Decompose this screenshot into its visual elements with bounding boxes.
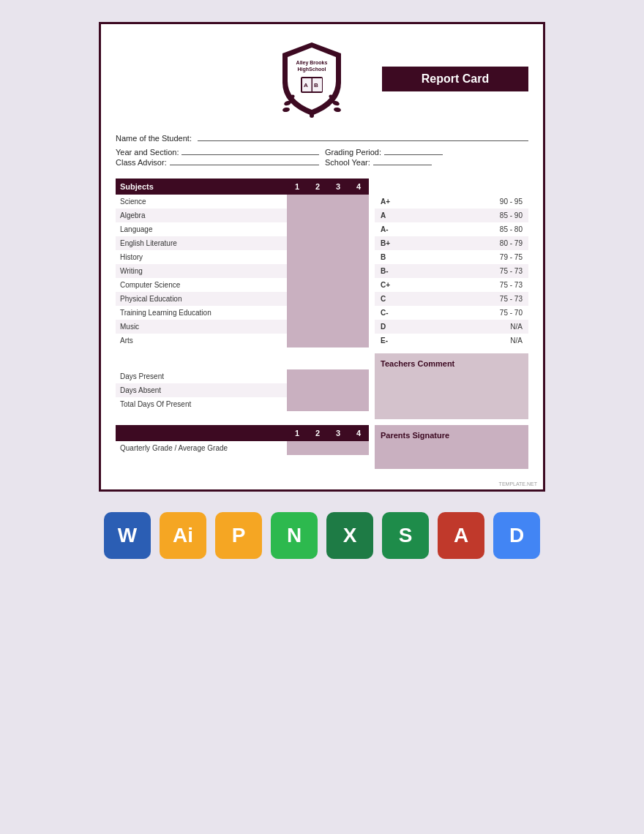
grade-letter: B bbox=[375, 250, 404, 264]
att-q4-header: 4 bbox=[348, 353, 369, 369]
subject-q2 bbox=[307, 292, 328, 306]
subject-q2 bbox=[307, 264, 328, 278]
attendance-section: Attendance 1 2 3 4 Days Present Days Abs… bbox=[116, 353, 369, 419]
subject-q1 bbox=[287, 320, 307, 334]
subject-row: History bbox=[116, 250, 369, 264]
subject-q3 bbox=[328, 292, 348, 306]
subject-q3 bbox=[328, 320, 348, 334]
attendance-table: Attendance 1 2 3 4 Days Present Days Abs… bbox=[116, 353, 369, 411]
svg-text:Alley Brooks: Alley Brooks bbox=[296, 60, 328, 66]
svg-point-10 bbox=[282, 107, 291, 113]
subject-row: Computer Science bbox=[116, 278, 369, 292]
subject-name: Music bbox=[116, 320, 287, 334]
subject-q1 bbox=[287, 250, 307, 264]
grading-row: D N/A bbox=[375, 320, 528, 334]
report-card-title: Report Card bbox=[382, 67, 528, 91]
grade-letter: C bbox=[375, 292, 404, 306]
subject-row: Algebra bbox=[116, 209, 369, 222]
subject-q2 bbox=[307, 209, 328, 222]
attendance-row: Total Days Of Present bbox=[116, 397, 369, 411]
logo-area: Alley Brooks HighSchool A B bbox=[242, 39, 382, 119]
attendance-row: Days Present bbox=[116, 369, 369, 383]
grading-row: B- 75 - 73 bbox=[375, 264, 528, 278]
parents-signature-box: Parents Signature bbox=[375, 425, 528, 469]
subject-q3 bbox=[328, 264, 348, 278]
qg-q4-cell bbox=[348, 441, 369, 455]
main-tables-row: Subjects 1 2 3 4 Science Algebra bbox=[116, 179, 528, 348]
gdocs-icon[interactable]: D bbox=[493, 512, 540, 559]
subject-row: English Literature bbox=[116, 236, 369, 250]
advisor-group: Class Advisor: bbox=[116, 157, 319, 167]
svg-text:B: B bbox=[314, 82, 318, 89]
grading-label: Grading Period: bbox=[325, 148, 381, 157]
name-label: Name of the Student: bbox=[116, 134, 192, 143]
subject-q1 bbox=[287, 195, 307, 209]
subject-q3 bbox=[328, 236, 348, 250]
illustrator-icon[interactable]: Ai bbox=[160, 512, 206, 559]
subject-row: Arts bbox=[116, 334, 369, 348]
subject-q1 bbox=[287, 209, 307, 222]
word-icon[interactable]: W bbox=[104, 512, 151, 559]
pdf-label: A bbox=[454, 524, 468, 547]
subject-name: Computer Science bbox=[116, 278, 287, 292]
subject-q2 bbox=[307, 334, 328, 348]
subject-q4 bbox=[348, 250, 369, 264]
qg-q1-header: 1 bbox=[287, 425, 307, 441]
subject-row: Science bbox=[116, 195, 369, 209]
grade-range: 75 - 73 bbox=[404, 264, 528, 278]
numbers-icon[interactable]: N bbox=[271, 512, 318, 559]
advisor-label: Class Advisor: bbox=[116, 158, 167, 167]
subject-q1 bbox=[287, 306, 307, 320]
subject-q2 bbox=[307, 250, 328, 264]
subject-q4 bbox=[348, 306, 369, 320]
subject-q4 bbox=[348, 209, 369, 222]
grading-section: Grading Systems A+ 90 - 95 A 85 - 90 A- … bbox=[375, 179, 528, 348]
att-q1-cell bbox=[287, 383, 307, 397]
subject-q2 bbox=[307, 222, 328, 236]
grade-range: 85 - 90 bbox=[404, 209, 528, 222]
grade-range: N/A bbox=[404, 334, 528, 348]
att-q2-header: 2 bbox=[307, 353, 328, 369]
quarter-1-header: 1 bbox=[287, 179, 307, 195]
subject-name: Training Learning Education bbox=[116, 306, 287, 320]
attendance-label: Total Days Of Present bbox=[116, 397, 287, 411]
ai-label: Ai bbox=[173, 524, 193, 547]
subject-q3 bbox=[328, 195, 348, 209]
subject-q1 bbox=[287, 236, 307, 250]
subject-row: Training Learning Education bbox=[116, 306, 369, 320]
attendance-header-row: Attendance 1 2 3 4 bbox=[116, 353, 369, 369]
subject-row: Language bbox=[116, 222, 369, 236]
grade-range: 90 - 95 bbox=[404, 195, 528, 209]
att-q4-cell bbox=[348, 397, 369, 411]
att-q4-cell bbox=[348, 383, 369, 397]
subject-name: Writing bbox=[116, 264, 287, 278]
pdf-icon[interactable]: A bbox=[438, 512, 484, 559]
teachers-comment-box: Teachers Comment bbox=[375, 353, 528, 419]
year-grading-row: Year and Section: Grading Period: bbox=[116, 146, 528, 157]
grading-table: Grading Systems A+ 90 - 95 A 85 - 90 A- … bbox=[375, 179, 528, 348]
subjects-header-row: Subjects 1 2 3 4 bbox=[116, 179, 369, 195]
grade-letter: D bbox=[375, 320, 404, 334]
subject-name: History bbox=[116, 250, 287, 264]
subject-q3 bbox=[328, 250, 348, 264]
subject-q2 bbox=[307, 278, 328, 292]
toolbar: W Ai P N X S A D bbox=[104, 512, 540, 559]
pages-icon[interactable]: P bbox=[215, 512, 262, 559]
grade-range: 80 - 79 bbox=[404, 236, 528, 250]
excel-icon[interactable]: X bbox=[326, 512, 373, 559]
watermark: TEMPLATE.NET bbox=[499, 481, 537, 487]
grade-letter: E- bbox=[375, 334, 404, 348]
qg-q3-cell bbox=[328, 441, 348, 455]
year-label: Year and Section: bbox=[116, 148, 179, 157]
qg-q1-cell bbox=[287, 441, 307, 455]
subject-name: Science bbox=[116, 195, 287, 209]
grade-range: 85 - 80 bbox=[404, 222, 528, 236]
advisor-line bbox=[170, 157, 319, 165]
svg-point-14 bbox=[310, 113, 314, 118]
teachers-comment-section: Teachers Comment bbox=[375, 353, 528, 419]
year-section-group: Year and Section: bbox=[116, 146, 319, 157]
grade-letter: B- bbox=[375, 264, 404, 278]
subjects-table: Subjects 1 2 3 4 Science Algebra bbox=[116, 179, 369, 348]
header: Alley Brooks HighSchool A B bbox=[116, 39, 528, 119]
gsheets-icon[interactable]: S bbox=[382, 512, 429, 559]
